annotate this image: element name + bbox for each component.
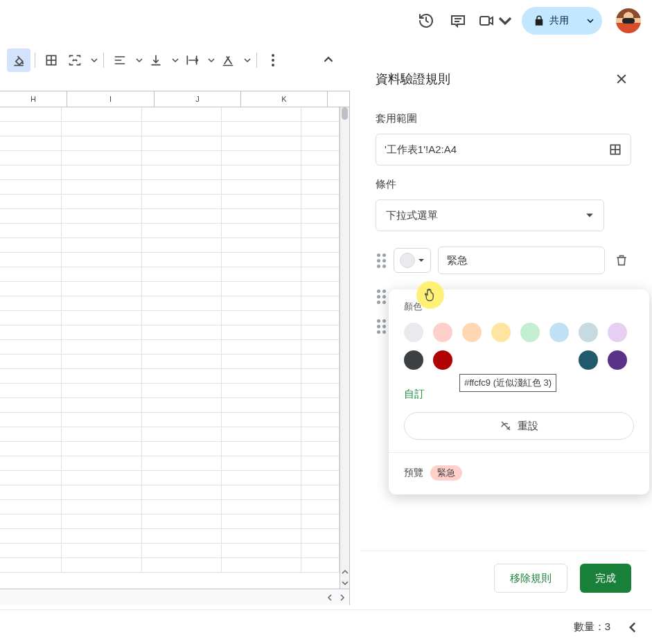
option-color-chip[interactable]: [394, 248, 431, 273]
color-swatch[interactable]: [579, 323, 598, 342]
apply-range-input[interactable]: [385, 144, 608, 156]
share-button[interactable]: 共用: [522, 7, 602, 35]
svg-rect-2: [480, 17, 489, 25]
done-button[interactable]: 完成: [580, 564, 631, 593]
collapse-toolbar-button[interactable]: [318, 49, 339, 70]
more-button[interactable]: [261, 48, 285, 72]
remove-rule-button[interactable]: 移除規則: [494, 564, 567, 593]
color-swatch[interactable]: [404, 323, 423, 342]
apply-range-label: 套用範圍: [376, 112, 631, 125]
color-row-1: [404, 323, 634, 342]
count-text: 數量：3: [574, 620, 610, 634]
chevron-left-icon[interactable]: [627, 622, 638, 633]
color-swatch[interactable]: [462, 323, 482, 342]
color-swatch[interactable]: [433, 350, 452, 370]
col-header[interactable]: I: [67, 91, 155, 107]
reset-label: 重設: [518, 420, 538, 433]
column-headers: H I J K: [0, 91, 349, 107]
scroll-right-button[interactable]: [337, 592, 348, 603]
scroll-up-button[interactable]: [340, 566, 351, 578]
svg-point-3: [22, 62, 24, 64]
condition-value: 下拉式選單: [386, 209, 438, 222]
col-header[interactable]: [328, 91, 349, 107]
panel-title: 資料驗證規則: [376, 71, 450, 87]
drag-handle-icon[interactable]: [376, 253, 387, 268]
cursor-highlight: [416, 281, 444, 309]
reset-color-button[interactable]: 重設: [404, 412, 634, 440]
status-bar: 數量：3: [0, 609, 652, 644]
meet-icon[interactable]: [476, 7, 497, 35]
drag-handle-icon[interactable]: [376, 289, 387, 304]
preview-chip: 緊急: [430, 465, 462, 481]
color-popover: 顏色 #ffcfc9 (近似淺紅色 3) 自訂 重設 預覽 緊急: [389, 289, 649, 494]
color-swatch[interactable]: [433, 323, 452, 342]
rotate-button[interactable]: [216, 48, 252, 72]
comment-icon[interactable]: [444, 7, 472, 35]
spreadsheet-area[interactable]: H I J K: [0, 91, 350, 605]
delete-option-button[interactable]: [612, 251, 631, 270]
borders-button[interactable]: [39, 48, 63, 72]
share-dropdown[interactable]: [579, 7, 602, 35]
color-swatch[interactable]: [520, 323, 540, 342]
custom-color-button[interactable]: 自訂: [404, 388, 425, 401]
horizontal-align-button[interactable]: [108, 48, 144, 72]
scroll-down-button[interactable]: [340, 578, 351, 589]
preview-label: 預覽: [404, 467, 423, 479]
col-header[interactable]: H: [0, 91, 67, 107]
color-swatch[interactable]: [549, 323, 569, 342]
color-tooltip: #ffcfc9 (近似淺紅色 3): [459, 374, 556, 392]
drag-handle-icon[interactable]: [376, 319, 387, 334]
color-row-2: #ffcfc9 (近似淺紅色 3): [404, 350, 634, 370]
color-swatch[interactable]: [404, 350, 423, 370]
vertical-align-button[interactable]: [144, 48, 180, 72]
color-swatch[interactable]: [579, 350, 598, 370]
avatar[interactable]: [616, 8, 641, 33]
toolbar: [0, 42, 350, 79]
color-swatch[interactable]: [491, 323, 511, 342]
condition-select[interactable]: 下拉式選單: [376, 199, 604, 231]
merge-button[interactable]: [63, 48, 99, 72]
col-header[interactable]: J: [155, 91, 241, 107]
col-header[interactable]: K: [241, 91, 328, 107]
select-range-icon[interactable]: [608, 143, 622, 156]
color-swatch[interactable]: [608, 323, 627, 342]
data-validation-panel: 資料驗證規則 套用範圍 條件 下拉式選單: [360, 55, 646, 605]
color-swatch[interactable]: [608, 350, 627, 370]
option-row: [376, 247, 631, 274]
history-icon[interactable]: [412, 7, 440, 35]
condition-label: 條件: [376, 178, 631, 191]
option-value-input[interactable]: [438, 247, 605, 274]
close-panel-button[interactable]: [612, 69, 631, 89]
fill-color-button[interactable]: [7, 48, 30, 72]
share-label: 共用: [549, 15, 569, 27]
meet-dropdown-caret[interactable]: [498, 7, 512, 35]
scroll-left-button[interactable]: [324, 592, 335, 603]
wrap-button[interactable]: [180, 48, 216, 72]
vertical-scrollbar[interactable]: [340, 107, 349, 589]
